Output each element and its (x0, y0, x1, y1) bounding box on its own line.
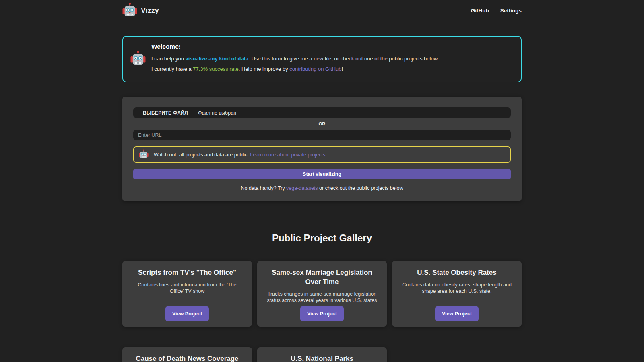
brand: Vizzy (122, 2, 159, 19)
warning-text: Watch out: all projects and data are pub… (154, 152, 327, 158)
robot-logo-icon (122, 2, 137, 19)
file-input[interactable]: ВЫБЕРИТЕ ФАЙЛ Файл не выбран (133, 107, 511, 118)
robot-warning-icon (139, 149, 149, 160)
start-visualizing-button[interactable]: Start visualizing (133, 169, 511, 179)
page-container: Vizzy GitHub Settings Welcome! I can hel… (122, 0, 522, 362)
divider-line (336, 124, 511, 124)
welcome-line2: I currently have a 77.3% success rate. H… (151, 64, 439, 74)
welcome-line1: I can help you visualize any kind of dat… (151, 53, 439, 64)
upload-form: ВЫБЕРИТЕ ФАЙЛ Файл не выбран OR Watch ou… (122, 97, 522, 201)
vega-datasets-link[interactable]: vega-datasets (286, 185, 318, 191)
project-card: U.S. State Obesity Rates Contains data o… (392, 261, 522, 327)
view-project-button[interactable]: View Project (435, 306, 479, 321)
project-card: Scripts from TV's "The Office" Contains … (122, 261, 252, 327)
gallery-title: Public Project Gallery (122, 232, 522, 244)
divider-line (133, 124, 308, 124)
project-title: Scripts from TV's "The Office" (138, 268, 236, 277)
no-data-hint: No data handy? Try vega-datasets or chec… (133, 185, 511, 191)
project-title: U.S. National Parks (291, 354, 353, 362)
nav-link-settings[interactable]: Settings (500, 8, 522, 14)
private-projects-link[interactable]: Learn more about private projects (250, 152, 325, 158)
or-label: OR (308, 121, 336, 126)
project-description: Tracks changes in same-sex marriage legi… (266, 291, 378, 304)
file-status-text: Файл не выбран (198, 110, 236, 116)
project-description: Contains data on obesity rates, shape le… (400, 282, 513, 294)
project-card: U.S. National Parks Contains information… (257, 347, 387, 362)
success-rate: 77.3% success rate (193, 66, 238, 72)
view-project-button[interactable]: View Project (300, 306, 344, 321)
welcome-highlight: visualize any kind of data (186, 56, 249, 62)
header: Vizzy GitHub Settings (122, 0, 522, 21)
nav-link-github[interactable]: GitHub (471, 8, 489, 14)
header-nav: GitHub Settings (471, 8, 522, 14)
project-title: Same-sex Marriage Legislation Over Time (264, 268, 380, 286)
public-data-warning: Watch out: all projects and data are pub… (133, 146, 511, 163)
url-input[interactable] (133, 130, 511, 140)
project-title: U.S. State Obesity Rates (417, 268, 496, 277)
project-title: Cause of Death News Coverage (136, 354, 238, 362)
welcome-banner: Welcome! I can help you visualize any ki… (122, 36, 522, 82)
project-grid: Scripts from TV's "The Office" Contains … (122, 261, 522, 362)
app-title: Vizzy (141, 6, 159, 15)
project-card: Same-sex Marriage Legislation Over Time … (257, 261, 387, 327)
or-divider: OR (133, 121, 511, 126)
project-description: Contains lines and information from the … (131, 282, 244, 294)
welcome-title: Welcome! (151, 43, 439, 50)
contributing-link[interactable]: contributing on GitHub (289, 66, 341, 72)
choose-file-button[interactable]: ВЫБЕРИТЕ ФАЙЛ (143, 110, 188, 116)
welcome-text: Welcome! I can help you visualize any ki… (151, 43, 439, 74)
view-project-button[interactable]: View Project (165, 306, 209, 321)
project-card: Cause of Death News Coverage This data r… (122, 347, 252, 362)
robot-icon (130, 50, 146, 67)
